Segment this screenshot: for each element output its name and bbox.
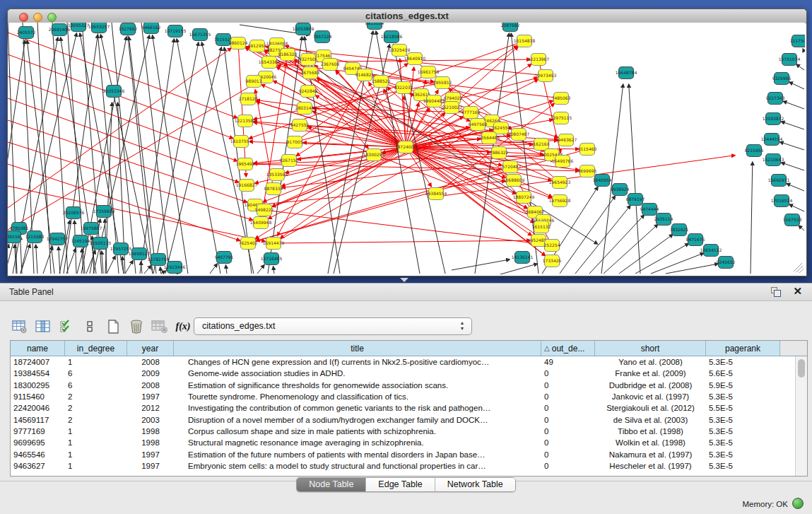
graph-node[interactable]: 15751074: [779, 54, 801, 66]
graph-node[interactable]: 12213967: [528, 54, 550, 66]
tab-edge-table[interactable]: Edge Table: [366, 478, 435, 491]
graph-node[interactable]: 8267150: [280, 155, 299, 167]
graph-node[interactable]: 9860124: [229, 37, 248, 49]
function-builder-icon[interactable]: f(x): [173, 317, 193, 337]
table-cell[interactable]: 9699695: [11, 437, 65, 448]
graph-node[interactable]: 7832621: [670, 224, 689, 236]
new-table-icon[interactable]: [103, 317, 123, 337]
graph-node[interactable]: 1167533: [783, 214, 802, 226]
graph-node[interactable]: 2087682: [501, 23, 520, 32]
graph-node[interactable]: 14136141: [512, 252, 534, 264]
graph-node[interactable]: 18325419: [389, 45, 411, 57]
column-header-indegree[interactable]: in_degree: [65, 341, 127, 356]
scrollbar-thumb[interactable]: [798, 359, 805, 378]
table-cell[interactable]: Stergiakouli et al. (2012): [595, 402, 706, 414]
table-row[interactable]: 977716911998Corpus callosum shape and si…: [11, 426, 807, 437]
graph-node[interactable]: 9227343: [766, 93, 785, 105]
graph-node[interactable]: 6879197: [626, 194, 645, 206]
graph-node[interactable]: 18107554: [230, 136, 252, 148]
graph-node[interactable]: 7625402: [239, 238, 258, 250]
graph-node[interactable]: 16154838: [514, 35, 536, 47]
graph-node[interactable]: 1145194: [71, 235, 90, 247]
table-cell[interactable]: 0: [541, 414, 595, 426]
show-column-icon[interactable]: [33, 317, 53, 337]
table-cell[interactable]: 14569117: [11, 414, 65, 426]
table-cell[interactable]: Franke et al. (2009): [595, 368, 706, 379]
table-cell[interactable]: 2008: [127, 356, 174, 368]
graph-node[interactable]: 1640954: [593, 175, 612, 187]
table-cell[interactable]: Wolkin et al. (1998): [595, 437, 706, 448]
table-cell[interactable]: 0: [541, 380, 595, 391]
graph-node[interactable]: 1733426: [543, 255, 562, 267]
table-cell[interactable]: Dudbridge et al. (2008): [595, 380, 706, 391]
table-cell[interactable]: 2: [65, 414, 127, 426]
graph-node[interactable]: 8322037: [394, 82, 413, 94]
graph-node[interactable]: 9699695: [578, 165, 597, 177]
table-cell[interactable]: 2: [65, 402, 127, 414]
network-window-titlebar[interactable]: citations_edges.txt: [8, 9, 806, 23]
graph-node[interactable]: 989013: [246, 76, 262, 88]
table-cell[interactable]: 5.5E-5: [706, 402, 780, 414]
graph-node[interactable]: 1965492: [236, 158, 255, 170]
table-cell[interactable]: 0: [541, 402, 595, 414]
graph-node[interactable]: 252254: [544, 240, 560, 252]
network-canvas[interactable]: 2405572206914061005532710653257152760294…: [8, 23, 805, 274]
table-cell[interactable]: 1: [65, 449, 127, 460]
table-row[interactable]: 1938455462009Genome-wide association stu…: [11, 368, 807, 379]
table-cell[interactable]: Corpus callosum shape and size in male p…: [174, 426, 541, 437]
table-selector-dropdown[interactable]: citations_edges.txt ▲▼: [194, 317, 472, 335]
graph-node[interactable]: 9327508: [299, 54, 318, 66]
table-cell[interactable]: 0: [541, 460, 595, 472]
table-cell[interactable]: 5.3E-5: [706, 449, 780, 460]
table-cell[interactable]: Tibbo et al. (1998): [595, 426, 706, 437]
graph-node[interactable]: 17016514: [771, 195, 793, 207]
table-cell[interactable]: 5.3E-5: [706, 414, 780, 426]
table-cell[interactable]: 1997: [127, 391, 174, 402]
table-row[interactable]: 911546021997Tourette syndrome. Phenomeno…: [11, 391, 807, 402]
table-cell[interactable]: 18724007: [11, 356, 65, 368]
graph-node[interactable]: 7485063: [552, 93, 571, 105]
table-cell[interactable]: 1: [65, 356, 127, 368]
table-cell[interactable]: Nakamura et al. (1997): [595, 449, 706, 460]
graph-node[interactable]: 1215688: [25, 231, 45, 243]
graph-node[interactable]: 7955812: [433, 77, 452, 89]
table-cell[interactable]: 5.9E-5: [706, 380, 780, 391]
graph-node[interactable]: 10807487: [508, 129, 530, 141]
delete-table-icon[interactable]: [126, 317, 146, 337]
table-row[interactable]: 2242004622012Investigating the contribut…: [11, 402, 807, 414]
graph-node[interactable]: 9242848: [299, 86, 318, 98]
table-cell[interactable]: 1: [65, 426, 127, 437]
graph-node[interactable]: 12505135: [90, 238, 112, 250]
graph-node[interactable]: 19756928: [549, 195, 571, 207]
table-cell[interactable]: Changes of HCN gene expression and I(f) …: [174, 356, 541, 368]
table-cell[interactable]: 0: [541, 449, 595, 460]
network-window[interactable]: citations_edges.txt 24055722069140610055…: [7, 8, 807, 276]
table-cell[interactable]: 1997: [127, 449, 174, 460]
table-cell[interactable]: 1998: [127, 437, 174, 448]
graph-node[interactable]: 19218586: [381, 31, 403, 43]
table-cell[interactable]: 19384554: [11, 368, 65, 379]
graph-node[interactable]: 8813054: [365, 23, 384, 30]
graph-node[interactable]: 162160: [534, 139, 550, 151]
table-row[interactable]: 1456911722003Disruption of a novel membe…: [11, 414, 807, 426]
table-cell[interactable]: Tourette syndrome. Phenomenology and cla…: [174, 391, 541, 402]
table-cell[interactable]: 2012: [127, 402, 174, 414]
column-header-name[interactable]: name: [11, 341, 65, 356]
table-cell[interactable]: 9115460: [11, 391, 65, 402]
column-header-title[interactable]: title: [174, 341, 541, 356]
table-cell[interactable]: 9463627: [11, 460, 65, 472]
graph-node[interactable]: 5498222: [255, 204, 274, 216]
column-header-outde[interactable]: △out_de...: [541, 341, 595, 356]
graph-node[interactable]: 9427552: [290, 119, 310, 132]
table-cell[interactable]: 49: [541, 356, 595, 368]
table-cell[interactable]: Genome-wide association studies in ADHD.: [174, 368, 541, 379]
table-cell[interactable]: 6: [65, 368, 127, 379]
graph-node[interactable]: 15692971: [768, 175, 790, 187]
graph-node[interactable]: 7986322: [490, 147, 509, 159]
graph-node[interactable]: 16210643: [763, 154, 784, 166]
graph-node[interactable]: 8215955: [745, 145, 764, 157]
close-panel-icon[interactable]: ✕: [793, 285, 802, 298]
table-cell[interactable]: 0: [541, 368, 595, 379]
graph-node[interactable]: 9245652: [717, 257, 736, 269]
graph-node[interactable]: 8878334: [264, 183, 283, 195]
